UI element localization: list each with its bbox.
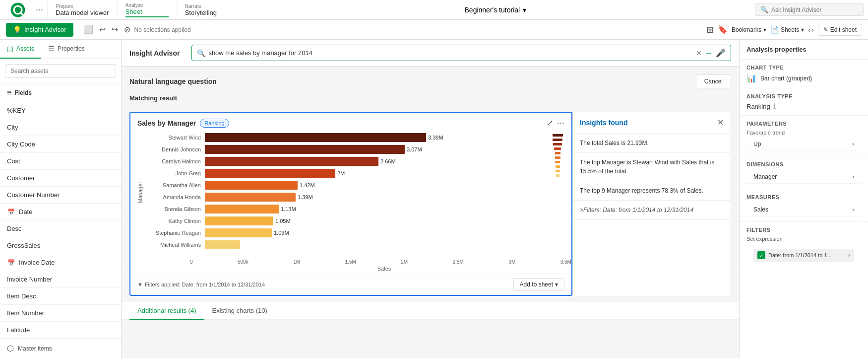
search-input-container: 🔍 ✕ → 🎤 xyxy=(191,45,731,61)
bar-segment xyxy=(205,240,240,249)
ask-insight-bar[interactable]: 🔍 xyxy=(755,3,864,16)
insights-title: Insights found xyxy=(580,119,627,127)
mini-bar xyxy=(555,156,560,159)
left-panel: ▤ Assets ☰ Properties ≡ Fields %KEYCityC… xyxy=(0,40,122,358)
insight-search-input[interactable] xyxy=(208,49,693,57)
x-axis-tick: 500k xyxy=(238,259,248,265)
field-item[interactable]: Item Number xyxy=(0,305,121,322)
search-icon: 🔍 xyxy=(197,49,205,57)
mini-bar xyxy=(554,147,561,150)
field-item[interactable]: City xyxy=(0,119,121,136)
sheets-button[interactable]: 📄 Sheets ▾ xyxy=(770,26,804,34)
insight-advisor-button[interactable]: 💡 Insight Advisor xyxy=(6,23,73,37)
field-item[interactable]: GrossSales xyxy=(0,237,121,254)
insight-item: The total Sales is 21.93M. xyxy=(573,134,731,153)
nav-next-button[interactable]: › xyxy=(811,26,814,34)
mini-bar xyxy=(553,143,562,145)
field-item[interactable]: Customer xyxy=(0,170,121,187)
field-item[interactable]: Latitude xyxy=(0,322,121,338)
favorable-trend-row[interactable]: Up › xyxy=(746,138,861,151)
analysis-type-section: Analysis type Ranking ℹ xyxy=(740,88,868,116)
field-item[interactable]: 📅Date xyxy=(0,204,121,220)
insights-panel: Insights found ✕ The total Sales is 21.9… xyxy=(572,112,731,296)
search-assets-input[interactable] xyxy=(5,64,116,78)
tab-properties[interactable]: ☰ Properties xyxy=(41,40,92,59)
selection-tools: ⬜ ↩ ↪ ⊘ No selections applied xyxy=(77,23,195,36)
redo-button[interactable]: ↪ xyxy=(110,23,120,36)
filters-section: Filters Set expression ✓ Date: from 1/1/… xyxy=(740,222,868,271)
selection-tool-lasso[interactable]: ⬜ xyxy=(81,23,95,36)
tab-assets[interactable]: ▤ Assets xyxy=(0,40,41,59)
nlq-title: Natural language question xyxy=(129,77,217,85)
nav-prev-button[interactable]: ‹ xyxy=(808,26,810,34)
master-items-section[interactable]: ⬡ Master items xyxy=(0,338,121,358)
bookmarks-button[interactable]: Bookmarks ▾ xyxy=(732,26,766,33)
filter-icon: ▼ xyxy=(137,282,143,287)
mini-bar xyxy=(553,134,563,137)
insight-item: The top Manager is Stewart Wind with Sal… xyxy=(573,153,731,181)
dimension-row[interactable]: Manager › xyxy=(746,170,861,184)
properties-icon: ☰ xyxy=(48,45,55,53)
expand-button[interactable]: ⤢ xyxy=(547,118,553,128)
app-menu-button[interactable]: ··· xyxy=(32,4,47,15)
insights-filter-text: >Filters: Date: from 1/1/2014 to 12/31/2… xyxy=(573,201,731,220)
app-title-button[interactable]: Beginner's tutorial ▾ xyxy=(465,6,527,14)
filter-info: ▼ Filters applied: Date: from 1/1/2014 t… xyxy=(137,282,265,287)
set-expression-label: Set expression xyxy=(746,236,861,242)
insight-search-bar: Insight Advisor 🔍 ✕ → 🎤 xyxy=(122,40,739,67)
analysis-type-label: Analysis type xyxy=(746,93,861,99)
field-item[interactable]: Cost xyxy=(0,153,121,170)
bar-row: Micheal Williams xyxy=(145,240,549,249)
nav-prepare[interactable]: Prepare Data model viewer xyxy=(47,1,117,18)
fields-header: ≡ Fields xyxy=(0,83,121,102)
mini-bar xyxy=(556,165,560,168)
chart-type-value: Bar chart (grouped) xyxy=(760,75,812,82)
search-clear-button[interactable]: ✕ xyxy=(696,49,702,57)
cancel-button[interactable]: Cancel xyxy=(696,74,731,88)
x-axis-tick: 2M xyxy=(401,259,408,265)
field-item[interactable]: Customer Number xyxy=(0,187,121,204)
field-item[interactable]: Desc xyxy=(0,220,121,237)
insights-close-button[interactable]: ✕ xyxy=(717,118,724,127)
x-axis-tick: 3M xyxy=(508,259,515,265)
field-item[interactable]: Invoice Number xyxy=(0,271,121,288)
chevron-right-icon-dim: › xyxy=(852,173,854,180)
dimensions-label: Dimensions xyxy=(746,161,861,167)
mini-bar xyxy=(553,139,562,141)
more-options-button[interactable]: ··· xyxy=(557,118,564,128)
bar-row: Carolyn Halmon 2.66M xyxy=(145,157,549,166)
insight-advisor-icon: 💡 xyxy=(13,26,21,34)
filter-badge[interactable]: ✓ Date: from 1/1/2014 to 1... › xyxy=(753,249,854,262)
info-icon[interactable]: ℹ xyxy=(773,102,776,110)
filter-badge-text: Date: from 1/1/2014 to 1... xyxy=(768,252,845,258)
edit-sheet-button[interactable]: ✎ Edit sheet xyxy=(818,24,862,36)
bookmark-icon: 🔖 xyxy=(718,25,728,34)
field-item[interactable]: 📅Invoice Date xyxy=(0,254,121,271)
insight-item: The top 9 Manager represents 78.3% of Sa… xyxy=(573,181,731,201)
nav-narrate[interactable]: Narrate Storytelling xyxy=(177,1,236,18)
clear-selections-button[interactable]: ⊘ xyxy=(122,23,132,36)
ask-insight-input[interactable] xyxy=(771,6,859,13)
nav-analyze[interactable]: Analyze Sheet xyxy=(117,0,177,19)
bar-segment xyxy=(205,157,378,166)
no-selections-label: No selections applied xyxy=(134,26,191,33)
favorable-trend-value: Up xyxy=(753,141,761,147)
measure-row[interactable]: Sales › xyxy=(746,203,861,216)
mini-bar xyxy=(555,152,560,154)
sheet-icon: 📄 xyxy=(770,26,779,34)
tab-existing-charts[interactable]: Existing charts (10) xyxy=(204,302,275,320)
tab-additional-results[interactable]: Additional results (4) xyxy=(129,302,204,320)
field-item[interactable]: Item Desc xyxy=(0,288,121,305)
search-icon: 🔍 xyxy=(760,6,768,13)
field-item[interactable]: %KEY xyxy=(0,102,121,119)
add-to-sheet-button[interactable]: Add to sheet ▾ xyxy=(513,278,564,291)
filter-expression-row: ✓ Date: from 1/1/2014 to 1... › xyxy=(746,245,861,266)
bar-segment xyxy=(205,216,273,225)
search-mic-button[interactable]: 🎤 xyxy=(716,48,726,58)
measures-section: Measures Sales › xyxy=(740,189,868,222)
mini-bar xyxy=(555,161,560,163)
field-item[interactable]: City Code xyxy=(0,136,121,153)
dimensions-section: Dimensions Manager › xyxy=(740,156,868,189)
search-submit-button[interactable]: → xyxy=(705,49,713,58)
undo-button[interactable]: ↩ xyxy=(97,23,108,36)
